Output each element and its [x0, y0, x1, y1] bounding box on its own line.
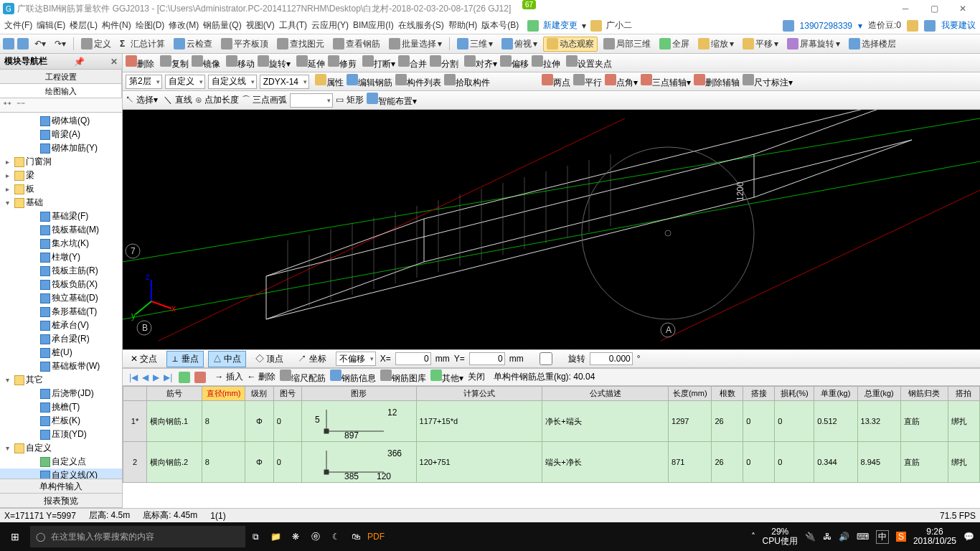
tree-node[interactable]: 基础板带(W)	[0, 359, 122, 373]
menu-view[interactable]: 视图(V)	[246, 19, 275, 32]
y-input[interactable]	[469, 352, 505, 365]
redo-button[interactable]: ↷▾	[52, 37, 69, 50]
close-grid-button[interactable]: 关闭	[468, 371, 485, 383]
tree-node[interactable]: 自定义点	[0, 455, 122, 468]
tree-node[interactable]: 桩(U)	[0, 346, 122, 359]
tree-node[interactable]: 砌体墙(Q)	[0, 114, 122, 128]
bell-icon[interactable]	[907, 20, 918, 32]
pan-button[interactable]: 平移▾	[740, 37, 781, 52]
tray-vol-icon[interactable]: 🔊	[839, 532, 849, 542]
phone-number[interactable]: 13907298339	[800, 21, 852, 31]
trim-button[interactable]: 修剪	[328, 55, 357, 70]
tray-expand-icon[interactable]: ˄	[751, 532, 755, 542]
define-button[interactable]: 定义	[78, 37, 114, 52]
expand-icon[interactable]: ⁺⁺	[3, 100, 11, 110]
task-view-icon[interactable]: ⧉	[245, 532, 265, 542]
tb-app3-icon[interactable]: ☾	[326, 532, 346, 542]
menu-online[interactable]: 在线服务(S)	[398, 19, 444, 32]
rebar-table[interactable]: 筋号直径(mm)级别图号图形计算公式公式描述长度(mm)根数搭接损耗(%)单重(…	[123, 386, 980, 483]
table-row[interactable]: 2横向钢筋.28Φ0366385120120+751端头+净长87126000.…	[123, 442, 980, 483]
component-combo[interactable]: ZDYX-14	[260, 75, 309, 89]
tree-node[interactable]: 挑檐(T)	[0, 400, 122, 414]
tree-node[interactable]: ▾其它	[0, 373, 122, 387]
tree-node[interactable]: ▸门窗洞	[0, 155, 122, 169]
tray-ime[interactable]: 中	[876, 530, 889, 544]
flatten-button[interactable]: 平齐板顶	[218, 37, 271, 52]
del-row-icon[interactable]	[194, 372, 206, 383]
menu-version[interactable]: 版本号(B)	[481, 19, 519, 32]
tree-node[interactable]: 条形基础(T)	[0, 305, 122, 319]
tray-net-icon[interactable]: 🖧	[823, 532, 831, 542]
add-length-button[interactable]: ⊙ 点加长度	[195, 94, 239, 106]
offset-mode-combo[interactable]: 不偏移	[336, 352, 376, 366]
component-list-button[interactable]: 构件列表	[395, 74, 441, 89]
offset-button[interactable]: 偏移	[500, 55, 529, 70]
tree-node[interactable]: ▾基础	[0, 196, 122, 209]
arc-button[interactable]: ⌒ 三点画弧	[242, 94, 287, 106]
tree-node[interactable]: 独立基础(D)	[0, 291, 122, 305]
grip-button[interactable]: 设置夹点	[566, 55, 612, 70]
extend-button[interactable]: 延伸	[296, 55, 325, 70]
tb-pdf-icon[interactable]: PDF	[366, 532, 386, 542]
select-button[interactable]: ↖ 选择▾	[126, 94, 158, 106]
find-button[interactable]: 查找图元	[274, 37, 327, 52]
floor-combo[interactable]: 第2层	[126, 75, 162, 89]
tree-node[interactable]: 暗梁(A)	[0, 128, 122, 141]
point-angle-button[interactable]: 点角▾	[605, 74, 638, 89]
subcategory-combo[interactable]: 自定义线	[208, 75, 257, 89]
dimension-button[interactable]: 尺寸标注▾	[743, 74, 793, 89]
start-button[interactable]: ⊞	[0, 531, 30, 542]
menu-modify[interactable]: 修改(M)	[169, 19, 199, 32]
tree-node[interactable]: 后浇带(JD)	[0, 387, 122, 400]
minimize-button[interactable]: ─	[891, 4, 920, 14]
menu-file[interactable]: 文件(F)	[4, 19, 32, 32]
pin-icon[interactable]: 📌	[74, 57, 85, 67]
batch-select-button[interactable]: 批量选择▾	[386, 37, 445, 52]
table-row[interactable]: 1*横向钢筋.18Φ01289751177+15*d净长+端头129726000…	[123, 401, 980, 442]
tree-node[interactable]: ▸梁	[0, 169, 122, 182]
close-button[interactable]: ✕	[948, 4, 977, 14]
tray-keyboard-icon[interactable]: ⌨	[857, 532, 869, 542]
grid-nav[interactable]: |◀◀▶▶|	[127, 372, 174, 382]
insert-button[interactable]: → 插入	[215, 371, 242, 383]
tray-notifications-icon[interactable]: 💬	[963, 532, 974, 542]
rotate-input[interactable]	[590, 352, 633, 365]
menu-draw[interactable]: 绘图(D)	[136, 19, 165, 32]
menu-floor[interactable]: 楼层(L)	[70, 19, 98, 32]
tree-node[interactable]: 压顶(YD)	[0, 428, 122, 441]
suggest-button[interactable]: 我要建议	[941, 19, 976, 32]
tray-clock[interactable]: 9:262018/10/25	[913, 527, 956, 546]
mirror-button[interactable]: 镜像	[192, 55, 220, 70]
grid-delete-button[interactable]: ← 删除	[248, 371, 275, 383]
rebar-library-button[interactable]: 钢筋图库	[380, 369, 426, 385]
tray-power-icon[interactable]: 🔌	[805, 532, 816, 542]
component-tree[interactable]: 砌体墙(Q)暗梁(A)砌体加筋(Y)▸门窗洞▸梁▸板▾基础基础梁(F)筏板基础(…	[0, 113, 122, 479]
new-change-button[interactable]: 新建变更	[543, 19, 578, 32]
zoom-button[interactable]: 缩放▾	[695, 37, 737, 52]
tree-node[interactable]: ▸板	[0, 182, 122, 196]
select-floor-button[interactable]: 选择楼层	[846, 37, 899, 52]
menu-edit[interactable]: 编辑(E)	[37, 19, 65, 32]
tab-project-settings[interactable]: 工程设置	[0, 70, 122, 83]
scale-rebar-button[interactable]: 缩尺配筋	[280, 369, 326, 385]
tree-node[interactable]: 柱墩(Y)	[0, 250, 122, 264]
delete-axis-button[interactable]: 删除辅轴	[694, 74, 740, 89]
copy-button[interactable]: 复制	[160, 55, 189, 70]
tb-app1-icon[interactable]: 📁	[265, 532, 286, 542]
tb-app4-icon[interactable]: 🛍	[346, 532, 366, 542]
rect-button[interactable]: ▭ 矩形	[336, 94, 363, 106]
three-point-axis-button[interactable]: 三点辅轴▾	[641, 74, 691, 89]
tab-report-preview[interactable]: 报表预览	[0, 494, 122, 508]
tray-cpu[interactable]: 29%CPU使用	[763, 527, 798, 546]
taskbar-search[interactable]: ◯ 在这里输入你要搜索的内容	[30, 526, 245, 547]
pick-component-button[interactable]: 拾取构件	[444, 74, 490, 89]
fullscreen-button[interactable]: 全屏	[656, 37, 692, 52]
rotate-button[interactable]: 旋转▾	[258, 55, 291, 70]
tray-sogou-icon[interactable]: S	[896, 532, 906, 542]
screen-rotate-button[interactable]: 屏幕旋转▾	[784, 37, 843, 52]
tree-node[interactable]: ▾自定义	[0, 441, 122, 455]
line-button[interactable]: ＼ 直线	[164, 94, 192, 106]
rotate-checkbox[interactable]	[528, 352, 564, 365]
tb-app2-icon[interactable]: ❋	[286, 532, 306, 542]
tree-node[interactable]: 筏板主筋(R)	[0, 264, 122, 278]
